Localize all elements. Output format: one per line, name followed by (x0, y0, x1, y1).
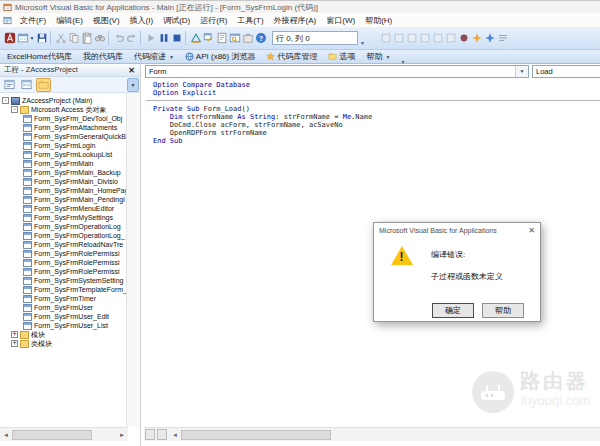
tree-item[interactable]: +类模块 (0, 339, 127, 348)
scroll-right-arrow[interactable]: ► (116, 432, 128, 438)
project-explorer-button[interactable] (202, 30, 215, 46)
tree-item[interactable]: +模块 (0, 330, 127, 339)
procedure-dropdown-value: Load (536, 66, 553, 77)
project-tree-vertical-scrollbar[interactable] (126, 93, 140, 427)
expand-box-icon[interactable]: + (11, 340, 18, 347)
view-object-button[interactable] (19, 78, 34, 92)
uncomment-block-button[interactable] (483, 30, 496, 46)
paste-button[interactable] (80, 30, 93, 46)
design-mode-button[interactable] (189, 30, 202, 46)
tree-item[interactable]: Form_SysFrmMain_HomePag (0, 186, 127, 195)
menu-item[interactable]: 工具(T) (232, 15, 268, 26)
tree-item[interactable]: Form_SysFrmTemplateForm_ (0, 285, 127, 294)
scrollbar-thumb[interactable] (12, 430, 92, 440)
save-button[interactable] (35, 30, 48, 46)
code-indent-button[interactable]: 代码缩进▼ (131, 50, 177, 63)
expand-box-icon[interactable]: + (11, 331, 18, 338)
break-button[interactable] (157, 30, 170, 46)
tree-item[interactable]: -Microsoft Access 类对象 (0, 105, 127, 114)
options-button[interactable]: 选项 (325, 50, 358, 63)
tree-item[interactable]: Form_SysFrmLookupList (0, 150, 127, 159)
addin-help-button[interactable]: 帮助▼ (363, 50, 393, 63)
bookmark-button[interactable] (496, 30, 509, 46)
tree-item[interactable]: Form_SysFrmTimer (0, 294, 127, 303)
tree-item[interactable]: Form_SysFrmMenuEditor (0, 204, 127, 213)
excelhome-codelib-button[interactable]: ExcelHome代码库 (4, 50, 75, 63)
indent-button[interactable] (431, 30, 444, 46)
properties-window-button[interactable] (215, 30, 228, 46)
reset-button[interactable] (170, 30, 183, 46)
outdent-button[interactable] (444, 30, 457, 46)
tree-item[interactable]: Form_SysFrmRolePermissi (0, 258, 127, 267)
find-button[interactable] (93, 30, 106, 46)
copy-button[interactable] (67, 30, 80, 46)
menu-item[interactable]: 窗口(W) (321, 15, 360, 26)
menu-item[interactable]: 调试(D) (158, 15, 195, 26)
cut-button[interactable] (54, 30, 67, 46)
menu-item[interactable]: 运行(R) (195, 15, 232, 26)
help-button[interactable]: 帮助 (482, 303, 524, 318)
collapse-box-icon[interactable]: - (11, 106, 18, 113)
run-button[interactable] (144, 30, 157, 46)
tree-item[interactable]: Form_SysFrmMySettings (0, 213, 127, 222)
dialog-close-button[interactable]: ✕ (523, 226, 540, 235)
api-browser-button[interactable]: API (x86) 浏览器 (182, 50, 259, 63)
tree-item[interactable]: Form_SysFrmUser_Edit (0, 312, 127, 321)
object-browser-button[interactable] (228, 30, 241, 46)
toolbox-button[interactable] (241, 30, 254, 46)
project-panel-overflow-button[interactable]: ▼ (127, 78, 139, 92)
quick-info-button[interactable] (392, 30, 405, 46)
access-host-icon[interactable] (3, 30, 16, 46)
tree-item[interactable]: Form_SysFrmAttachments (0, 123, 127, 132)
tree-item[interactable]: Form_SysFrmOperationLog (0, 222, 127, 231)
margin-split-button[interactable] (157, 429, 167, 440)
comment-block-button[interactable] (470, 30, 483, 46)
tree-item[interactable]: Form_SysFrmMain_Divisio (0, 177, 127, 186)
tree-item[interactable]: Form_SysFrmRolePermissi (0, 267, 127, 276)
help-button[interactable]: ? (254, 30, 267, 46)
menu-item[interactable]: 文件(F) (15, 15, 51, 26)
tree-item[interactable]: Form_SysFrmRolePermissi (0, 249, 127, 258)
menu-item[interactable]: 视图(V) (88, 15, 125, 26)
tree-item[interactable]: Form_SysFrmMain_Backup (0, 168, 127, 177)
tree-item[interactable]: Form_SysFrmLogin (0, 141, 127, 150)
redo-button[interactable] (125, 30, 138, 46)
tree-item[interactable]: Form_SysFrmSystemSetting (0, 276, 127, 285)
project-tree-horizontal-scrollbar[interactable]: ◄ ► (0, 427, 128, 441)
tree-item[interactable]: Form_SysFrmMain (0, 159, 127, 168)
procedure-dropdown[interactable]: Load (532, 65, 600, 78)
parameter-info-button[interactable] (405, 30, 418, 46)
undo-button[interactable] (112, 30, 125, 46)
view-object-button[interactable]: ▼ (16, 30, 35, 46)
tree-item[interactable]: Form_SysFrmUser_List (0, 321, 127, 330)
menu-item[interactable]: 帮助(H) (360, 15, 397, 26)
tree-item[interactable]: Form_SysFrm_DevTool_Obj (0, 114, 127, 123)
object-dropdown[interactable]: Form ▼ (145, 65, 529, 78)
tree-item[interactable]: Form_SysFrmOperationLog_ (0, 231, 127, 240)
addin-toolbar-grip[interactable]: ▼ (398, 49, 407, 65)
menu-item[interactable]: 插入(I) (125, 15, 159, 26)
codelib-manage-button[interactable]: 代码库管理 (263, 50, 320, 63)
ok-button[interactable]: 确定 (432, 303, 474, 318)
menu-item[interactable]: 编辑(E) (51, 15, 88, 26)
code-horizontal-scrollbar[interactable]: ◄ (144, 427, 600, 441)
list-properties-button[interactable] (379, 30, 392, 46)
my-codelib-button[interactable]: 我的代码库 (80, 50, 126, 63)
toolbar-overflow-chevron[interactable]: ▼ (358, 30, 367, 46)
object-dropdown-arrow-icon[interactable]: ▼ (515, 66, 528, 77)
scroll-left-arrow[interactable]: ◄ (0, 432, 12, 438)
collapse-box-icon[interactable]: - (2, 97, 9, 104)
scroll-left-arrow[interactable]: ◄ (169, 432, 181, 438)
tree-item[interactable]: Form_SysFrmReloadNavTre (0, 240, 127, 249)
scrollbar-thumb[interactable] (181, 430, 331, 440)
complete-word-button[interactable] (418, 30, 431, 46)
tree-item[interactable]: Form_SysFrmMain_PendingI (0, 195, 127, 204)
menu-item[interactable]: 外接程序(A) (269, 15, 322, 26)
toggle-folders-button[interactable] (36, 78, 51, 92)
project-panel-close-button[interactable]: ✕ (125, 65, 138, 76)
toggle-breakpoint-button[interactable] (457, 30, 470, 46)
window-split-button[interactable] (145, 429, 155, 440)
view-code-button[interactable] (2, 78, 17, 92)
tree-item[interactable]: Form_SysFrmUser (0, 303, 127, 312)
tree-item[interactable]: Form_SysFrmGeneralQuickB (0, 132, 127, 141)
